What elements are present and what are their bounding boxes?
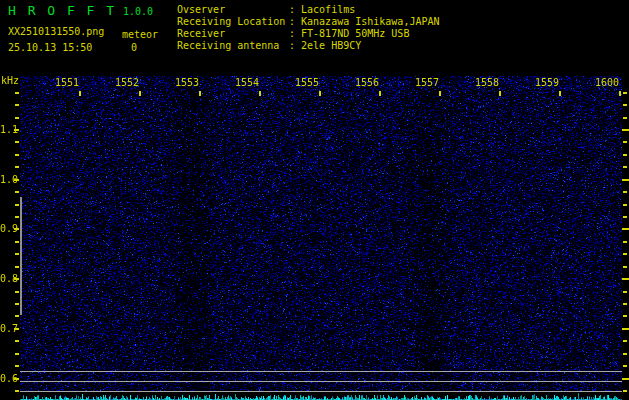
calibration-vertical-line bbox=[20, 197, 22, 315]
y-right-minor-tick bbox=[623, 340, 627, 342]
info-row-location: Receiving Location:Kanazawa Ishikawa,JAP… bbox=[177, 16, 440, 28]
y-right-minor-tick bbox=[623, 365, 627, 367]
y-right-minor-tick bbox=[623, 204, 627, 206]
y-minor-tick bbox=[15, 216, 19, 218]
spectrogram-canvas bbox=[20, 76, 622, 400]
y-major-tick bbox=[14, 378, 19, 380]
y-tick-label: 0.8 bbox=[0, 274, 13, 284]
x-tick-label: 1553 bbox=[174, 77, 199, 88]
y-minor-tick bbox=[15, 166, 19, 168]
y-minor-tick bbox=[15, 365, 19, 367]
y-right-minor-tick bbox=[623, 390, 627, 392]
x-tick-label: 1551 bbox=[54, 77, 79, 88]
y-right-major-tick bbox=[622, 328, 629, 330]
x-tick-label: 1558 bbox=[474, 77, 499, 88]
station-info-block: Ovserver:Lacofilms Receiving Location:Ka… bbox=[177, 4, 440, 52]
x-tick bbox=[439, 91, 441, 96]
info-value: FT-817ND 50MHz USB bbox=[301, 28, 409, 39]
x-tick bbox=[139, 91, 141, 96]
output-file-name: XX2510131550.png bbox=[8, 26, 104, 37]
y-right-major-tick bbox=[622, 378, 629, 380]
x-tick-label: 1559 bbox=[534, 77, 559, 88]
y-major-tick bbox=[14, 228, 19, 230]
y-major-tick bbox=[14, 328, 19, 330]
reference-line bbox=[20, 381, 622, 382]
x-tick bbox=[379, 91, 381, 96]
y-right-major-tick bbox=[622, 278, 629, 280]
y-minor-tick bbox=[15, 253, 19, 255]
y-axis-unit-label: kHz bbox=[1, 75, 19, 86]
y-right-minor-tick bbox=[623, 191, 627, 193]
x-tick-label: 1600 bbox=[594, 77, 619, 88]
info-separator: : bbox=[289, 16, 295, 28]
info-value: Lacofilms bbox=[301, 4, 355, 15]
y-minor-tick bbox=[15, 390, 19, 392]
y-right-minor-tick bbox=[623, 315, 627, 317]
y-minor-tick bbox=[15, 104, 19, 106]
y-minor-tick bbox=[15, 191, 19, 193]
y-right-minor-tick bbox=[623, 241, 627, 243]
y-minor-tick bbox=[15, 291, 19, 293]
info-value: Kanazawa Ishikawa,JAPAN bbox=[301, 16, 439, 27]
info-row-antenna: Receiving antenna:2ele HB9CY bbox=[177, 40, 440, 52]
y-tick-label: 0.9 bbox=[0, 224, 13, 234]
info-separator: : bbox=[289, 4, 295, 16]
hrofft-output: H R O F F T 1.0.0 XX2510131550.png meteo… bbox=[0, 0, 629, 400]
y-right-minor-tick bbox=[623, 166, 627, 168]
y-minor-tick bbox=[15, 315, 19, 317]
y-tick-label: 1.0 bbox=[0, 175, 13, 185]
y-major-tick bbox=[14, 179, 19, 181]
x-tick bbox=[619, 91, 621, 96]
x-tick bbox=[319, 91, 321, 96]
y-minor-tick bbox=[15, 154, 19, 156]
y-right-major-tick bbox=[622, 228, 629, 230]
y-minor-tick bbox=[15, 117, 19, 119]
app-version: 1.0.0 bbox=[123, 6, 153, 17]
y-right-major-tick bbox=[622, 129, 629, 131]
x-tick bbox=[79, 91, 81, 96]
y-minor-tick bbox=[15, 303, 19, 305]
x-tick-label: 1555 bbox=[294, 77, 319, 88]
info-label: Ovserver bbox=[177, 4, 289, 16]
x-tick bbox=[259, 91, 261, 96]
x-tick-label: 1554 bbox=[234, 77, 259, 88]
y-right-minor-tick bbox=[623, 141, 627, 143]
y-right-minor-tick bbox=[623, 291, 627, 293]
meteor-counter-value: 0 bbox=[122, 42, 146, 53]
y-right-minor-tick bbox=[623, 104, 627, 106]
info-row-observer: Ovserver:Lacofilms bbox=[177, 4, 440, 16]
info-separator: : bbox=[289, 28, 295, 40]
y-tick-label: 1.1 bbox=[0, 125, 13, 135]
x-tick-label: 1556 bbox=[354, 77, 379, 88]
info-label: Receiver bbox=[177, 28, 289, 40]
y-right-minor-tick bbox=[623, 92, 627, 94]
y-minor-tick bbox=[15, 353, 19, 355]
y-right-minor-tick bbox=[623, 353, 627, 355]
info-label: Receiving Location bbox=[177, 16, 289, 28]
y-tick-label: 0.6 bbox=[0, 374, 13, 384]
observation-datetime: 25.10.13 15:50 bbox=[8, 42, 92, 53]
x-tick bbox=[199, 91, 201, 96]
y-right-minor-tick bbox=[623, 117, 627, 119]
x-tick bbox=[559, 91, 561, 96]
y-right-minor-tick bbox=[623, 303, 627, 305]
app-title: H R O F F T bbox=[8, 3, 116, 18]
x-tick-label: 1557 bbox=[414, 77, 439, 88]
meteor-counter-label: meteor bbox=[122, 29, 158, 40]
y-minor-tick bbox=[15, 141, 19, 143]
x-tick-label: 1552 bbox=[114, 77, 139, 88]
info-separator: : bbox=[289, 40, 295, 52]
reference-line bbox=[20, 391, 622, 392]
y-right-minor-tick bbox=[623, 216, 627, 218]
y-major-tick bbox=[14, 278, 19, 280]
y-right-minor-tick bbox=[623, 266, 627, 268]
y-minor-tick bbox=[15, 241, 19, 243]
y-right-minor-tick bbox=[623, 253, 627, 255]
reference-line bbox=[20, 371, 622, 372]
y-tick-label: 0.7 bbox=[0, 324, 13, 334]
info-value: 2ele HB9CY bbox=[301, 40, 361, 51]
info-label: Receiving antenna bbox=[177, 40, 289, 52]
x-tick bbox=[499, 91, 501, 96]
y-minor-tick bbox=[15, 92, 19, 94]
y-minor-tick bbox=[15, 204, 19, 206]
